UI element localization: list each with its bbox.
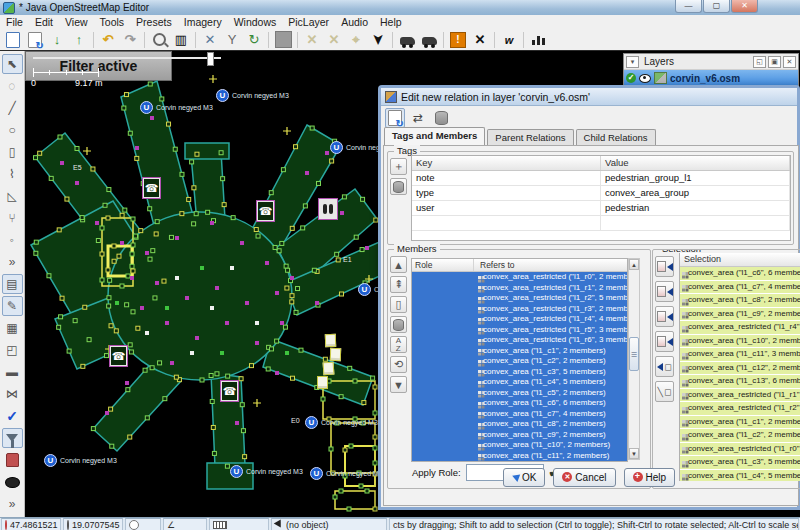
selection-row[interactable]: convex_area ("l1_c7", 4 members) xyxy=(680,281,800,294)
photo-toggle[interactable]: ◰ xyxy=(2,340,23,360)
tag-value-cell[interactable] xyxy=(601,216,790,230)
member-row[interactable]: convex_area_restricted ("l1_r0", 2 membe… xyxy=(412,272,627,283)
chart-button[interactable] xyxy=(528,30,548,49)
menu-help[interactable]: Help xyxy=(374,15,408,29)
redo-button[interactable]: ↷ xyxy=(120,30,140,49)
document-icon[interactable] xyxy=(317,376,328,389)
members-refersto-header[interactable]: Refers to xyxy=(474,259,515,271)
save-button[interactable] xyxy=(25,30,45,49)
pan-cursor-button[interactable]: ➤ xyxy=(369,30,388,50)
member-row[interactable]: convex_area_restricted ("l1_r6", 3 membe… xyxy=(412,335,627,346)
copy-way-tool[interactable]: ⌇ xyxy=(2,164,23,184)
close-button[interactable]: ✕ xyxy=(731,0,758,13)
member-row[interactable]: convex_area ("l1_c9", 2 members) xyxy=(412,430,627,441)
members-role-header[interactable]: Role xyxy=(412,259,474,271)
tag-row[interactable]: typeconvex_area_group xyxy=(412,186,790,201)
add-tag-button[interactable]: ＋ xyxy=(390,158,407,175)
delete-tag-button[interactable] xyxy=(390,178,407,195)
selection-column-header[interactable]: Selection xyxy=(680,253,800,267)
more-tools-chevron[interactable]: » xyxy=(2,252,23,272)
add-selection-at-end-button[interactable] xyxy=(655,331,674,352)
member-row[interactable]: convex_area_restricted ("l1_r1", 2 membe… xyxy=(412,283,627,294)
zoom-slider[interactable] xyxy=(33,57,221,59)
tag-key-cell[interactable]: note xyxy=(412,171,601,185)
minimize-button[interactable]: — xyxy=(675,0,702,13)
selection-row[interactable]: convex_area ("l1_c9", 2 members) xyxy=(680,308,800,321)
selection-row[interactable]: convex_area_restricted ("l1_r4", 4 membe… xyxy=(680,321,800,334)
document-icon[interactable] xyxy=(323,362,335,376)
routing-car-button[interactable] xyxy=(397,30,417,49)
tag-value-cell[interactable]: convex_area_group xyxy=(601,186,790,200)
member-row[interactable]: convex_area ("l1_c2", 2 members) xyxy=(412,356,627,367)
member-row[interactable]: convex_area ("l1_c4", 5 members) xyxy=(412,377,627,388)
lasso-tool[interactable]: ◌ xyxy=(2,76,23,96)
selection-row[interactable]: convex_area ("l1_c2", 2 members) xyxy=(680,429,800,442)
help-button[interactable]: Help xyxy=(624,468,676,487)
move-member-up-button[interactable]: ▲ xyxy=(390,256,407,273)
styles-toggle[interactable]: ✎ xyxy=(2,296,23,316)
cancel-button[interactable]: ✕Cancel xyxy=(553,468,615,487)
merge-node-tool[interactable]: ⑂ xyxy=(2,208,23,228)
tag-row[interactable] xyxy=(412,216,790,231)
menu-imagery[interactable]: Imagery xyxy=(178,15,228,29)
disabled-tool-2[interactable]: ✕ xyxy=(324,30,344,49)
add-member-above-button[interactable]: ⇞ xyxy=(390,276,407,293)
split-way-button[interactable]: Y xyxy=(222,30,242,49)
member-row[interactable]: convex_area_restricted ("l1_r4", 4 membe… xyxy=(412,314,627,325)
layers-collapse-button[interactable]: ▾ xyxy=(626,56,639,68)
metro-station-marker[interactable]: UCorvin negyed M3 xyxy=(44,454,117,467)
close-tool-button[interactable]: ✕ xyxy=(470,30,490,49)
upload-button[interactable]: ↑ xyxy=(69,30,89,49)
zoom-slider-handle[interactable] xyxy=(207,52,214,66)
elevator-icon[interactable] xyxy=(319,199,337,219)
tag-row[interactable]: userpedestrian xyxy=(412,201,790,216)
member-row[interactable]: convex_area ("l1_c7", 4 members) xyxy=(412,409,627,420)
member-row[interactable]: convex_area_restricted ("l1_r3", 2 membe… xyxy=(412,304,627,315)
layer-row-corvin-v6[interactable]: ✓ corvin_v6.osm xyxy=(624,70,798,86)
imagery-grid-toggle[interactable]: ▦ xyxy=(2,318,23,338)
tags-key-header[interactable]: Key xyxy=(412,156,601,170)
move-member-down-button[interactable]: ▼ xyxy=(390,376,407,393)
scroll-down-arrow[interactable]: ▼ xyxy=(629,448,639,459)
metro-station-marker[interactable]: UCorvin negyed M3 xyxy=(310,467,383,480)
check-toggle[interactable]: ✓ xyxy=(2,406,23,426)
imagery-button[interactable] xyxy=(273,30,293,49)
member-row[interactable]: convex_area ("l1_c11", 2 members) xyxy=(412,451,627,462)
metro-station-marker[interactable]: UCorvin negyed M3 xyxy=(216,89,289,102)
purge-button[interactable] xyxy=(2,450,23,470)
new-member-button[interactable]: ▯ xyxy=(390,296,407,313)
selection-row[interactable]: convex_area ("l1_c8", 2 members) xyxy=(680,294,800,307)
menu-windows[interactable]: Windows xyxy=(228,15,283,29)
deselect-members-button[interactable]: ╲◻ xyxy=(655,381,674,402)
metro-station-marker[interactable]: UCorvin negyed M3 xyxy=(140,101,213,114)
scrollbar-thumb[interactable]: ☰ xyxy=(629,337,639,371)
reload-relation-button[interactable]: ⇄ xyxy=(408,108,428,128)
routing-car2-button[interactable] xyxy=(419,30,439,49)
metro-station-marker[interactable]: UCorvin negyed M3 xyxy=(305,416,378,429)
add-selection-above-button[interactable] xyxy=(655,281,674,302)
menu-tools[interactable]: Tools xyxy=(94,15,131,29)
menu-piclayer[interactable]: PicLayer xyxy=(282,15,335,29)
layers-close-button[interactable]: ✕ xyxy=(783,56,796,68)
selection-row[interactable]: convex_area_restricted ("l1_r1", 2 membe… xyxy=(680,389,800,402)
audio-wav-button[interactable]: w xyxy=(499,30,519,49)
delete-relation-button[interactable] xyxy=(431,108,451,128)
selection-row[interactable]: convex_area ("l1_c6", 6 members) xyxy=(680,267,800,280)
refresh-button[interactable]: ↻ xyxy=(244,30,264,49)
member-row[interactable]: convex_area_restricted ("l1_r5", 3 membe… xyxy=(412,325,627,336)
tag-key-cell[interactable]: user xyxy=(412,201,601,215)
member-row[interactable]: convex_area ("l1_c5", 2 members) xyxy=(412,388,627,399)
selection-row[interactable]: convex_area ("l1_c12", 2 members) xyxy=(680,362,800,375)
add-selection-at-start-button[interactable] xyxy=(655,256,674,277)
create-circle-tool[interactable]: ◦ xyxy=(2,230,23,250)
phone-icon[interactable]: ☎ xyxy=(110,346,127,366)
select-tool[interactable]: ⬉ xyxy=(2,54,23,74)
unglue-tool-button[interactable]: ✕ xyxy=(200,30,220,49)
filter-toggle[interactable] xyxy=(2,428,23,448)
tag-value-cell[interactable]: pedestrian_group_l1 xyxy=(601,171,790,185)
disabled-tool-3[interactable]: ⌖ xyxy=(346,30,366,49)
tag-key-cell[interactable]: type xyxy=(412,186,601,200)
selection-row[interactable]: convex_area ("l1_c13", 6 members) xyxy=(680,375,800,388)
warning-button[interactable]: ! xyxy=(448,30,468,49)
phone-icon[interactable]: ☎ xyxy=(221,381,238,401)
